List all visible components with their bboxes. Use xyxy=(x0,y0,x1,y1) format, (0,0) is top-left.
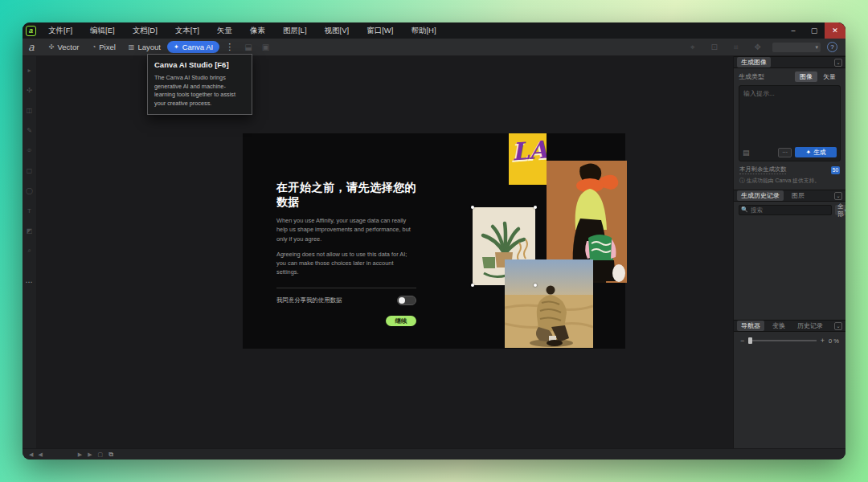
maximize-button[interactable]: ▢ xyxy=(804,22,825,39)
next-page-icon[interactable]: ▶ xyxy=(78,451,82,458)
canva-info-note: ⓘ 生成功能由 Canva 提供支持。 xyxy=(734,174,845,190)
last-page-icon[interactable]: ▶ xyxy=(88,451,92,458)
persona-layout-button[interactable]: ▥ Layout xyxy=(122,41,167,53)
zoom-in-button[interactable]: + xyxy=(821,337,825,345)
persona-canva-ai-button[interactable]: ✦ Canva AI xyxy=(167,41,219,53)
assistant-icon[interactable]: ⊡ xyxy=(706,43,723,51)
tab-transform[interactable]: 变换 xyxy=(768,321,789,331)
la-poster-text: LA xyxy=(511,135,547,165)
consent-toggle-row: 我同意分享我的使用数据 xyxy=(276,288,416,305)
consent-toggle[interactable] xyxy=(397,296,416,305)
menu-vector[interactable]: 矢量 xyxy=(210,23,240,39)
selection-handle[interactable] xyxy=(534,284,537,287)
artboard[interactable]: 在开始之前，请先选择您的数据 When you use Affinity, yo… xyxy=(243,133,625,349)
panel-menu-chevron-icon[interactable]: ⌄ xyxy=(834,322,842,330)
titlebar: a 文件[F] 编辑[E] 文档[D] 文本[T] 矢量 像素 图层[L] 视图… xyxy=(23,22,845,39)
gradient-tool-icon[interactable]: ◩ xyxy=(24,225,35,236)
pencil-tool-icon[interactable]: ⌯ xyxy=(24,145,35,156)
prompt-box: ▤ ⋯ ✦ 生成 xyxy=(739,85,841,161)
tab-navigator[interactable]: 导航器 xyxy=(737,321,764,331)
history-filter-dropdown[interactable]: 全部 ▼ xyxy=(835,205,845,215)
prompt-more-button[interactable]: ⋯ xyxy=(778,148,792,157)
tooltip-body: The Canva AI Studio brings generative AI… xyxy=(154,74,245,108)
menu-help[interactable]: 帮助[H] xyxy=(403,23,443,39)
minimize-button[interactable]: – xyxy=(783,22,804,39)
generation-type-row: 生成类型 图像 矢量 xyxy=(734,68,845,84)
move-tool-icon[interactable]: ▸ xyxy=(24,64,35,76)
tab-generate-image[interactable]: 生成图像 xyxy=(737,57,771,67)
persona-pixel-label: Pixel xyxy=(99,43,116,51)
shape-tool-icon[interactable]: ▢ xyxy=(24,165,35,176)
preview-mode-icon[interactable]: ▣ xyxy=(257,43,274,51)
generate-button-label: 生成 xyxy=(813,148,826,157)
help-button[interactable]: ? xyxy=(827,42,837,52)
snap-manager-icon[interactable]: ⌖ xyxy=(686,43,700,52)
arrange-icon[interactable]: ✥ xyxy=(750,43,766,51)
tab-generation-history[interactable]: 生成历史记录 xyxy=(737,190,784,201)
persona-vector-label: Vector xyxy=(57,43,79,51)
canvas[interactable]: 在开始之前，请先选择您的数据 When you use Affinity, yo… xyxy=(37,56,733,448)
right-panel: 生成图像 ⌄ 生成类型 图像 矢量 ▤ ⋯ ✦ 生成 本月剩余生成次数 50 xyxy=(733,56,845,448)
selection-handle[interactable] xyxy=(534,206,537,209)
menu-file[interactable]: 文件[F] xyxy=(41,23,80,39)
field-photo-artwork[interactable] xyxy=(505,259,593,348)
window-controls: – ▢ ✕ xyxy=(783,22,845,39)
history-search-row: 🔍 全部 ▼ xyxy=(734,202,845,219)
panel-menu-chevron-icon[interactable]: ⌄ xyxy=(834,59,842,67)
more-options-icon[interactable]: ⋮ xyxy=(219,42,240,52)
snapping-icon[interactable]: ⬓ xyxy=(240,43,256,51)
pages-overview-icon[interactable]: ⧉ xyxy=(108,451,113,459)
generate-button[interactable]: ✦ 生成 xyxy=(795,147,837,157)
prompt-input[interactable] xyxy=(739,86,840,142)
navigator-zoom-row: − + 0 % xyxy=(734,332,845,349)
zoom-slider[interactable] xyxy=(748,340,817,341)
history-filter-value: 全部 xyxy=(837,202,844,219)
toolbar-dropdown[interactable]: ▾ xyxy=(772,43,821,52)
menu-layer[interactable]: 图层[L] xyxy=(276,23,314,39)
close-button[interactable]: ✕ xyxy=(825,22,845,39)
selection-handle[interactable] xyxy=(471,206,474,209)
more-tools-button[interactable]: ⋯ xyxy=(24,276,35,288)
first-page-icon[interactable]: ◀ xyxy=(29,451,33,458)
text-tool-icon[interactable]: T xyxy=(24,205,35,216)
tab-layers[interactable]: 图层 xyxy=(788,190,809,201)
sparkle-icon: ✦ xyxy=(174,43,179,51)
persona-canva-ai-label: Canva AI xyxy=(182,43,214,51)
tab-history[interactable]: 历史记录 xyxy=(793,321,827,331)
grid-icon[interactable]: ⌗ xyxy=(729,43,743,52)
menu-pixel[interactable]: 像素 xyxy=(243,23,272,39)
add-image-icon[interactable]: ▤ xyxy=(743,149,750,157)
menu-edit[interactable]: 编辑[E] xyxy=(83,23,122,39)
ellipse-tool-icon[interactable]: ◯ xyxy=(24,185,35,196)
history-search-input[interactable] xyxy=(739,205,832,215)
quota-badge: 50 xyxy=(831,166,840,174)
la-poster-artwork[interactable]: LA xyxy=(509,133,547,185)
node-tool-icon[interactable]: ✣ xyxy=(24,84,35,96)
zoom-out-button[interactable]: − xyxy=(740,337,744,345)
zoom-value: 0 % xyxy=(829,337,839,345)
add-page-icon[interactable]: ▢ xyxy=(98,451,104,458)
menu-document[interactable]: 文档[D] xyxy=(125,23,165,39)
vector-persona-icon: ✣ xyxy=(49,43,55,51)
continue-button[interactable]: 继续 xyxy=(386,316,416,326)
tooltip-title: Canva AI Studio [F6] xyxy=(154,60,245,69)
pen-tool-icon[interactable]: ✎ xyxy=(24,125,35,136)
selection-handle[interactable] xyxy=(471,284,474,287)
type-vector-button[interactable]: 矢量 xyxy=(818,71,841,82)
panel-menu-chevron-icon[interactable]: ⌄ xyxy=(834,192,842,200)
dialog-paragraph-2: Agreeing does not allow us to use this d… xyxy=(276,250,416,276)
type-image-button[interactable]: 图像 xyxy=(795,71,817,82)
navigator-panel-header: 导航器 变换 历史记录 ⌄ xyxy=(734,320,845,332)
dialog-paragraph-1: When you use Affinity, your usage data c… xyxy=(276,216,416,243)
menu-view[interactable]: 视图[V] xyxy=(317,23,357,39)
persona-layout-label: Layout xyxy=(137,43,161,51)
generate-sparkle-icon: ✦ xyxy=(805,149,811,156)
zoom-tool-icon[interactable]: ⌕ xyxy=(24,245,35,256)
zoom-slider-knob[interactable] xyxy=(748,337,752,344)
statusbar: ◀ ◀ ▶ ▶ ▢ ⧉ xyxy=(23,448,845,460)
persona-vector-button[interactable]: ✣ Vector xyxy=(43,41,86,53)
artboard-tool-icon[interactable]: ◫ xyxy=(24,104,35,116)
menu-text[interactable]: 文本[T] xyxy=(168,23,207,39)
persona-pixel-button[interactable]: ◔ Pixel xyxy=(85,41,121,53)
menu-window[interactable]: 窗口[W] xyxy=(359,23,400,39)
